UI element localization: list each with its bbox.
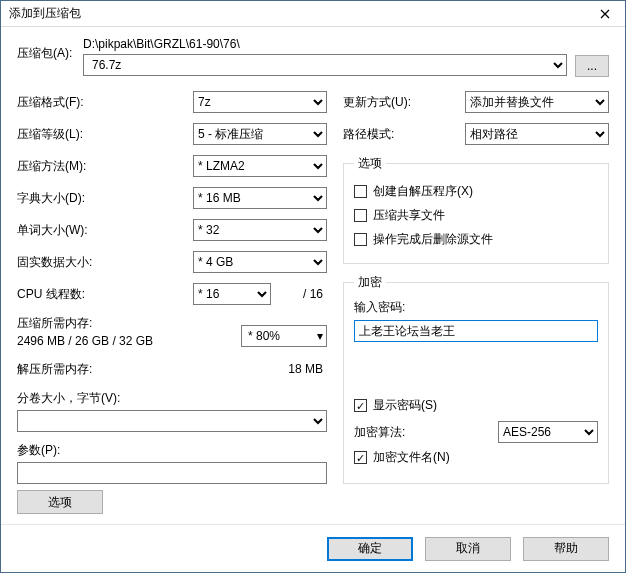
cpu-select[interactable]: * 16 [193, 283, 271, 305]
method-select[interactable]: * LZMA2 [193, 155, 327, 177]
titlebar: 添加到压缩包 [1, 1, 625, 27]
split-size-combo[interactable] [17, 410, 327, 432]
mem-compress-label: 压缩所需内存: [17, 315, 241, 332]
mem-decompress-value: 18 MB [193, 362, 327, 376]
browse-button[interactable]: ... [575, 55, 609, 77]
checkbox-delete-src[interactable]: 操作完成后删除源文件 [354, 231, 598, 248]
path-mode-select[interactable]: 相对路径 [465, 123, 609, 145]
split-label: 分卷大小，字节(V): [17, 390, 327, 407]
cancel-button[interactable]: 取消 [425, 537, 511, 561]
options-button[interactable]: 选项 [17, 490, 103, 514]
params-input[interactable] [17, 462, 327, 484]
path-mode-label: 路径模式: [343, 126, 465, 143]
checkbox-icon [354, 233, 367, 246]
level-select[interactable]: 5 - 标准压缩 [193, 123, 327, 145]
word-select[interactable]: * 32 [193, 219, 327, 241]
solid-select[interactable]: * 4 GB [193, 251, 327, 273]
dict-select[interactable]: * 16 MB [193, 187, 327, 209]
cpu-total-text: / 16 [277, 287, 327, 301]
format-select[interactable]: 7z [193, 91, 327, 113]
solid-label: 固实数据大小: [17, 254, 193, 271]
mem-compress-info: 2496 MB / 26 GB / 32 GB [17, 334, 241, 348]
checkbox-icon [354, 399, 367, 412]
checkbox-sfx-label: 创建自解压程序(X) [373, 183, 473, 200]
checkbox-sfx[interactable]: 创建自解压程序(X) [354, 183, 598, 200]
archive-path-text: D:\pikpak\Bit\GRZL\61-90\76\ [83, 37, 567, 51]
options-group: 选项 创建自解压程序(X) 压缩共享文件 操作完成后删除源文件 [343, 155, 609, 264]
checkbox-icon [354, 209, 367, 222]
dict-label: 字典大小(D): [17, 190, 193, 207]
close-icon [600, 9, 610, 19]
checkbox-share[interactable]: 压缩共享文件 [354, 207, 598, 224]
ok-button[interactable]: 确定 [327, 537, 413, 561]
method-label: 压缩方法(M): [17, 158, 193, 175]
password-input[interactable] [354, 320, 598, 342]
window-title: 添加到压缩包 [9, 5, 81, 22]
enc-algo-label: 加密算法: [354, 424, 484, 441]
checkbox-delete-label: 操作完成后删除源文件 [373, 231, 493, 248]
archive-name-combo[interactable]: 76.7z [83, 54, 567, 76]
options-legend: 选项 [354, 155, 386, 172]
checkbox-show-pw-label: 显示密码(S) [373, 397, 437, 414]
cpu-label: CPU 线程数: [17, 286, 193, 303]
enc-algo-select[interactable]: AES-256 [498, 421, 598, 443]
update-mode-select[interactable]: 添加并替换文件 [465, 91, 609, 113]
params-label: 参数(P): [17, 442, 327, 459]
close-button[interactable] [591, 4, 619, 24]
level-label: 压缩等级(L): [17, 126, 193, 143]
checkbox-encrypt-names[interactable]: 加密文件名(N) [354, 449, 598, 466]
mem-percent-value: * 80% [248, 329, 280, 343]
checkbox-icon [354, 185, 367, 198]
checkbox-icon [354, 451, 367, 464]
mem-decompress-label: 解压所需内存: [17, 361, 193, 378]
ellipsis-icon: ... [587, 59, 597, 73]
update-mode-label: 更新方式(U): [343, 94, 465, 111]
encryption-group: 加密 输入密码: 显示密码(S) 加密算法: AES-256 加密文件名(N) [343, 274, 609, 484]
checkbox-share-label: 压缩共享文件 [373, 207, 445, 224]
checkbox-show-password[interactable]: 显示密码(S) [354, 397, 598, 414]
help-button[interactable]: 帮助 [523, 537, 609, 561]
password-label: 输入密码: [354, 299, 598, 316]
format-label: 压缩格式(F): [17, 94, 193, 111]
checkbox-encrypt-names-label: 加密文件名(N) [373, 449, 450, 466]
chevron-down-icon: ▾ [317, 329, 326, 343]
mem-percent-combo[interactable]: * 80% ▾ [241, 325, 327, 347]
archive-label: 压缩包(A): [17, 37, 75, 62]
encryption-legend: 加密 [354, 274, 386, 291]
word-label: 单词大小(W): [17, 222, 193, 239]
